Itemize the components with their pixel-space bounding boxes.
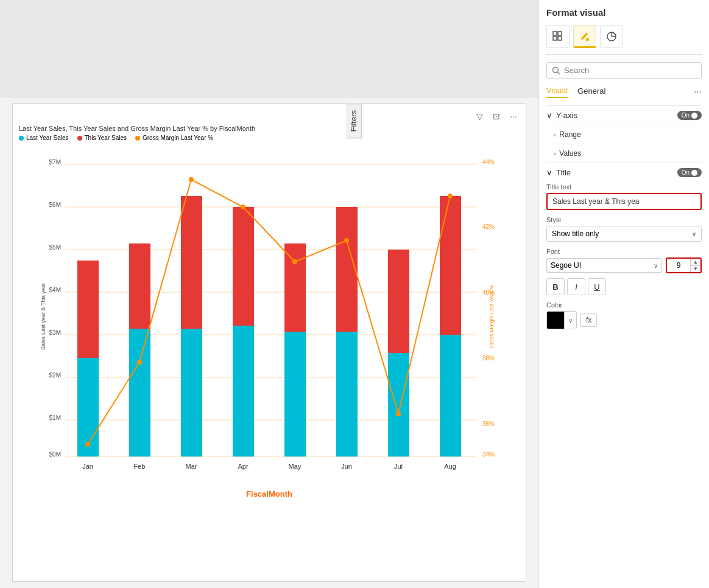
font-family-chevron-icon: ∨ <box>654 262 658 269</box>
svg-rect-35 <box>336 207 358 332</box>
search-input[interactable] <box>564 66 696 75</box>
svg-point-40 <box>85 442 90 447</box>
legend-dot-this-year <box>77 136 82 141</box>
svg-rect-29 <box>181 196 202 329</box>
tab-visual[interactable]: Visual <box>546 86 568 98</box>
more-options-btn[interactable]: ··· <box>694 86 702 97</box>
svg-rect-25 <box>77 261 99 358</box>
y-axis-chevron-icon: ∨ <box>546 111 552 120</box>
svg-rect-31 <box>233 207 254 326</box>
nav-tabs: Visual General ··· <box>546 86 702 98</box>
svg-text:May: May <box>289 463 302 470</box>
style-value: Show title only <box>552 229 599 238</box>
title-toggle-dot <box>691 170 697 176</box>
legend-dot-gross-margin <box>135 136 140 141</box>
svg-rect-33 <box>284 243 306 332</box>
bold-btn[interactable]: B <box>546 278 565 295</box>
tab-general[interactable]: General <box>577 86 605 97</box>
chart-toolbar: ▽ ⊡ ··· <box>19 110 520 122</box>
svg-text:$6M: $6M <box>49 201 61 208</box>
title-section: ∨ Title On Title text Style Show title o… <box>546 163 702 334</box>
paintbrush-icon-btn[interactable] <box>573 25 596 48</box>
style-select[interactable]: Show title only ∨ <box>546 226 702 242</box>
chart-area: $7M $6M $5M $4M $3M $2M $1M $0M 44% 42% … <box>19 146 520 487</box>
y-axis-label: Y-axis <box>556 111 577 120</box>
svg-text:36%: 36% <box>482 421 495 427</box>
svg-rect-37 <box>388 250 409 353</box>
svg-text:Sales Last year & This year: Sales Last year & This year <box>40 283 46 350</box>
top-bar <box>0 0 538 97</box>
toggle-dot <box>691 113 697 119</box>
y-axis-section-header[interactable]: ∨ Y-axis On <box>546 105 702 125</box>
color-swatch-btn[interactable]: ∨ <box>546 311 577 329</box>
color-dropdown-icon[interactable]: ∨ <box>564 312 576 329</box>
range-subsection[interactable]: › Range <box>546 125 702 144</box>
svg-point-64 <box>553 67 559 72</box>
grid-icon-btn[interactable] <box>546 25 570 48</box>
svg-rect-27 <box>129 243 150 329</box>
italic-btn[interactable]: I <box>567 278 585 295</box>
svg-text:$7M: $7M <box>49 159 61 166</box>
font-size-wrapper: ▲ ▼ <box>666 257 702 273</box>
legend-label-this-year: This Year Sales <box>85 135 127 141</box>
style-label: Style <box>546 216 702 223</box>
svg-rect-57 <box>558 32 562 35</box>
svg-text:$0M: $0M <box>49 451 61 458</box>
svg-point-45 <box>344 238 349 243</box>
svg-point-46 <box>396 411 401 416</box>
svg-rect-60 <box>586 38 589 41</box>
svg-text:Feb: Feb <box>134 463 146 470</box>
font-size-down-btn[interactable]: ▼ <box>691 266 700 273</box>
chart-svg: $7M $6M $5M $4M $3M $2M $1M $0M 44% 42% … <box>19 146 520 487</box>
svg-text:Jul: Jul <box>394 463 403 470</box>
x-axis-label: FiscalMonth <box>19 489 520 499</box>
svg-text:34%: 34% <box>482 451 495 458</box>
svg-text:Jun: Jun <box>341 463 352 470</box>
legend-gross-margin: Gross Margin Last Year % <box>135 135 213 141</box>
y-axis-toggle[interactable]: On <box>677 111 702 120</box>
svg-rect-32 <box>284 332 306 457</box>
expand-icon[interactable]: ⊡ <box>490 110 503 122</box>
legend-label-last-year: Last Year Sales <box>26 135 69 141</box>
underline-btn[interactable]: U <box>588 278 606 295</box>
font-family-value: Segoe UI <box>551 261 581 270</box>
title-toggle-label: On <box>682 169 690 176</box>
svg-point-47 <box>448 194 453 198</box>
svg-text:Apr: Apr <box>238 463 248 470</box>
font-size-stepper: ▲ ▼ <box>690 259 700 272</box>
font-family-select[interactable]: Segoe UI ∨ <box>546 258 662 273</box>
font-size-input[interactable] <box>667 259 690 272</box>
svg-rect-56 <box>553 32 557 35</box>
main-area: Filters ▽ ⊡ ··· Last Year Sales, This Ye… <box>0 0 538 588</box>
search-box <box>546 62 702 79</box>
more-icon[interactable]: ··· <box>507 110 520 122</box>
svg-point-43 <box>241 205 245 209</box>
svg-line-65 <box>558 72 560 74</box>
values-chevron-icon: › <box>554 150 556 157</box>
title-toggle[interactable]: On <box>677 168 702 177</box>
values-subsection[interactable]: › Values <box>546 144 702 163</box>
title-section-header[interactable]: ∨ Title On <box>546 168 702 177</box>
analytics-icon-btn[interactable] <box>600 25 623 48</box>
style-chevron-icon: ∨ <box>692 231 696 237</box>
fx-btn[interactable]: fx <box>580 313 597 327</box>
filter-icon[interactable]: ▽ <box>473 110 485 122</box>
format-btns: B I U <box>546 278 702 295</box>
svg-rect-26 <box>129 329 150 457</box>
svg-text:$3M: $3M <box>49 329 61 336</box>
chart-legend: Last Year Sales This Year Sales Gross Ma… <box>19 135 520 141</box>
svg-text:42%: 42% <box>482 223 495 230</box>
analytics-icon <box>606 31 617 42</box>
svg-rect-58 <box>553 37 557 40</box>
range-chevron-icon: › <box>554 131 556 138</box>
title-section-label: Title <box>556 168 571 177</box>
font-size-up-btn[interactable]: ▲ <box>691 259 700 266</box>
paintbrush-icon <box>579 30 590 41</box>
title-text-input[interactable] <box>546 193 702 210</box>
toggle-on-label: On <box>682 112 690 119</box>
filters-tab[interactable]: Filters <box>346 103 362 138</box>
svg-rect-39 <box>440 196 461 335</box>
svg-point-41 <box>137 360 142 365</box>
legend-last-year: Last Year Sales <box>19 135 69 141</box>
right-panel: Format visual <box>538 0 709 588</box>
